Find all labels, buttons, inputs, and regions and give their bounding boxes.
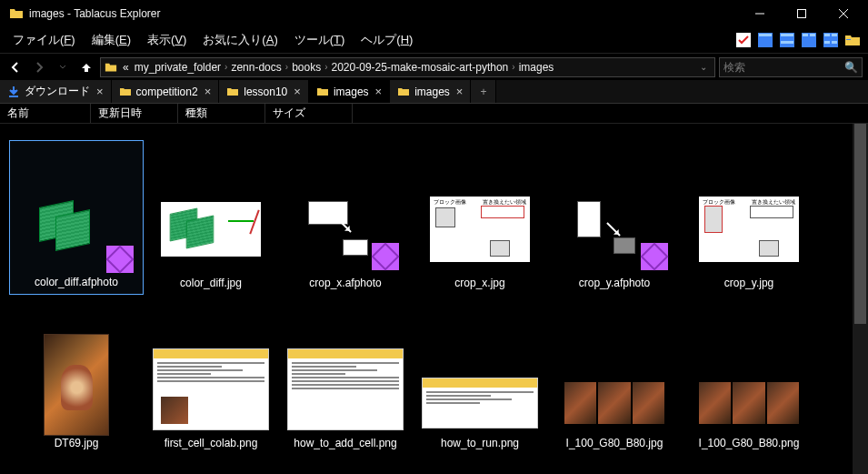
file-thumbnail xyxy=(287,346,404,433)
tab-downloads[interactable]: ダウンロード × xyxy=(0,80,112,103)
search-box[interactable]: 🔍 xyxy=(719,57,863,77)
minimize-button[interactable] xyxy=(739,0,781,27)
svg-rect-6 xyxy=(781,41,793,44)
folder-icon xyxy=(226,86,239,98)
file-item[interactable]: how_to_add_cell.png xyxy=(278,300,413,455)
file-thumbnail xyxy=(18,185,135,272)
folder-icon xyxy=(316,86,329,98)
chevron-right-icon: › xyxy=(512,62,514,72)
layout-quad-icon[interactable] xyxy=(823,32,839,48)
search-input[interactable] xyxy=(723,61,841,74)
file-thumbnail xyxy=(422,346,538,433)
menu-file[interactable]: ファイル(F) xyxy=(5,28,83,52)
download-icon xyxy=(7,86,20,98)
svg-rect-14 xyxy=(832,41,837,44)
file-name: color_diff.jpg xyxy=(180,277,242,291)
scrollbar-thumb[interactable] xyxy=(854,124,866,324)
file-view: color_diff.afphoto color_diff.jpg xyxy=(0,124,868,474)
search-icon[interactable]: 🔍 xyxy=(844,61,858,74)
column-date[interactable]: 更新日時 xyxy=(91,104,178,123)
tab-close-icon[interactable]: × xyxy=(456,85,464,98)
file-grid[interactable]: color_diff.afphoto color_diff.jpg xyxy=(0,124,853,474)
column-type[interactable]: 種類 xyxy=(178,104,265,123)
folder-icon xyxy=(397,86,410,98)
file-item[interactable]: I_100_G80_B80.png xyxy=(682,300,816,455)
address-bar[interactable]: « my_private_folder› zenn-docs› books› 2… xyxy=(100,57,715,77)
file-item[interactable]: color_diff.jpg xyxy=(144,140,278,295)
breadcrumb-part[interactable]: 2020-09-25-make-mosaic-art-python xyxy=(330,61,511,74)
explorer-folder-icon[interactable] xyxy=(844,32,861,48)
svg-rect-13 xyxy=(824,41,830,44)
file-item[interactable]: ブロック画像 置き換えたい領域 crop_x.jpg xyxy=(413,140,547,295)
chevron-right-icon: › xyxy=(285,62,288,72)
file-thumbnail xyxy=(556,346,673,433)
app-folder-icon xyxy=(9,6,24,21)
file-thumbnail xyxy=(691,346,807,433)
file-thumbnail: ブロック画像 置き換えたい領域 xyxy=(691,186,807,273)
back-button[interactable] xyxy=(5,57,25,77)
maximize-button[interactable] xyxy=(781,0,823,27)
folder-icon xyxy=(105,61,117,74)
file-item[interactable]: crop_y.afphoto xyxy=(547,140,682,295)
menu-help[interactable]: ヘルプ(H) xyxy=(354,28,420,52)
tab-competition2[interactable]: competition2 × xyxy=(112,80,220,103)
vertical-scrollbar[interactable] xyxy=(853,124,868,474)
file-name: crop_y.afphoto xyxy=(579,277,651,291)
file-name: crop_x.afphoto xyxy=(309,277,381,291)
tab-close-icon[interactable]: × xyxy=(205,85,212,98)
tab-label: lesson10 xyxy=(244,86,287,98)
breadcrumb-part[interactable]: zenn-docs xyxy=(229,61,283,74)
view-option-icon[interactable] xyxy=(735,32,752,48)
menu-favorites[interactable]: お気に入り(A) xyxy=(195,28,284,52)
file-name: how_to_run.png xyxy=(441,437,519,451)
tab-label: ダウンロード xyxy=(25,84,90,99)
menu-edit[interactable]: 編集(E) xyxy=(85,28,138,52)
breadcrumb-part[interactable]: my_private_folder xyxy=(133,61,223,74)
title-bar: images - Tablacus Explorer xyxy=(0,0,868,27)
up-button[interactable] xyxy=(76,57,96,77)
file-name: I_100_G80_B80.png xyxy=(699,437,800,451)
column-name[interactable]: 名前 xyxy=(0,104,91,123)
menu-tools[interactable]: ツール(T) xyxy=(287,28,353,52)
file-item[interactable]: color_diff.afphoto xyxy=(9,140,144,295)
svg-rect-3 xyxy=(759,34,772,36)
file-name: color_diff.afphoto xyxy=(35,276,118,290)
file-item[interactable]: I_100_G80_B80.jpg xyxy=(547,300,682,455)
tab-images-active[interactable]: images × xyxy=(309,80,390,103)
breadcrumb-part[interactable]: books xyxy=(290,61,323,74)
tab-close-icon[interactable]: × xyxy=(96,85,104,98)
close-button[interactable] xyxy=(823,0,864,27)
file-name: crop_x.jpg xyxy=(454,277,504,291)
nav-bar: « my_private_folder› zenn-docs› books› 2… xyxy=(0,53,868,80)
tab-label: images xyxy=(414,86,450,98)
file-thumbnail xyxy=(18,346,135,433)
tab-label: competition2 xyxy=(136,86,198,98)
tab-close-icon[interactable]: × xyxy=(375,85,383,98)
file-item[interactable]: how_to_run.png xyxy=(413,300,547,455)
layout-horiz-icon[interactable] xyxy=(779,32,795,48)
tab-close-icon[interactable]: × xyxy=(294,85,301,98)
file-item[interactable]: crop_x.afphoto xyxy=(278,140,413,295)
column-headers: 名前 更新日時 種類 サイズ xyxy=(0,104,868,124)
svg-rect-0 xyxy=(798,10,806,18)
history-dropdown[interactable] xyxy=(53,57,73,77)
menu-view[interactable]: 表示(V) xyxy=(140,28,194,52)
layout-single-icon[interactable] xyxy=(757,32,773,48)
address-dropdown-icon[interactable]: ⌄ xyxy=(696,62,711,72)
tab-label: images xyxy=(334,86,369,98)
tab-images-2[interactable]: images × xyxy=(390,80,471,103)
breadcrumb-prefix[interactable]: « xyxy=(121,61,131,74)
svg-rect-16 xyxy=(846,39,851,40)
new-tab-button[interactable]: + xyxy=(471,80,496,103)
window-title: images - Tablacus Explorer xyxy=(29,7,739,20)
tab-lesson10[interactable]: lesson10 × xyxy=(219,80,309,103)
chevron-right-icon: › xyxy=(224,62,227,72)
file-item[interactable]: DT69.jpg xyxy=(9,300,144,455)
layout-vert-icon[interactable] xyxy=(801,32,817,48)
breadcrumb-part[interactable]: images xyxy=(517,61,556,74)
file-item[interactable]: ブロック画像 置き換えたい領域 crop_y.jpg xyxy=(682,140,816,295)
column-size[interactable]: サイズ xyxy=(265,104,353,123)
forward-button[interactable] xyxy=(29,57,49,77)
file-thumbnail xyxy=(153,186,269,273)
file-item[interactable]: first_cell_colab.png xyxy=(144,300,278,455)
